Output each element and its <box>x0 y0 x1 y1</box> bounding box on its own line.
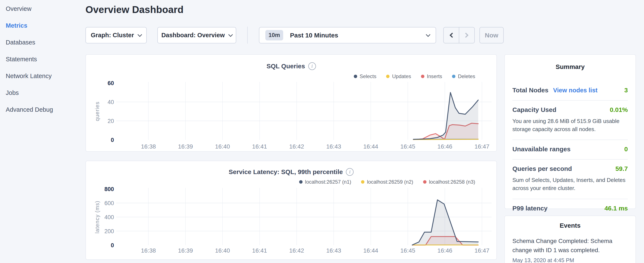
y-tick-label: 800 <box>104 186 114 192</box>
graph-dropdown[interactable]: Graph: Cluster <box>86 27 147 43</box>
chevron-down-icon <box>426 32 430 37</box>
sql-queries-chart: 16:3816:3916:4016:4116:4216:4316:4416:45… <box>86 55 497 152</box>
summary-row-total-nodes: Total NodesView nodes list3 <box>512 81 628 101</box>
event-item[interactable]: Schema Change Completed: Schema change w… <box>512 236 628 263</box>
graph-dropdown-label: Graph: Cluster <box>91 32 134 39</box>
sidebar-item-metrics[interactable]: Metrics <box>0 17 85 34</box>
summary-row-queries-per-second: Queries per second59.7Sum of Selects, Up… <box>512 160 628 199</box>
x-tick-label: 16:42 <box>289 247 304 254</box>
x-tick-label: 16:38 <box>141 247 156 254</box>
y-tick-label: 0 <box>111 242 114 248</box>
summary-rows: Total NodesView nodes list3Capacity Used… <box>512 81 628 218</box>
x-tick-label: 16:46 <box>437 143 452 150</box>
sidebar-item-statements[interactable]: Statements <box>0 51 85 68</box>
x-tick-label: 16:45 <box>400 247 415 254</box>
x-tick-label: 16:43 <box>326 247 341 254</box>
summary-row-head: P99 latency46.1 ms <box>512 205 628 212</box>
x-tick-label: 16:44 <box>363 143 378 150</box>
time-range-badge: 10m <box>265 30 283 41</box>
summary-panel: Summary Total NodesView nodes list3Capac… <box>504 54 636 209</box>
sidebar-item-network-latency[interactable]: Network Latency <box>0 68 85 85</box>
x-tick-label: 16:46 <box>437 247 452 254</box>
y-axis-title: queries <box>94 102 100 121</box>
sql-queries-chart-card: SQL Queries i SelectsUpdatesInsertsDelet… <box>86 54 497 152</box>
y-tick-label: 0 <box>111 137 114 143</box>
y-tick-label: 600 <box>104 200 114 206</box>
service-latency-chart-card: Service Latency: SQL, 99th percentile i … <box>86 161 497 260</box>
now-button[interactable]: Now <box>480 27 504 43</box>
summary-row-label: P99 latency <box>512 205 548 212</box>
summary-row-value: 46.1 ms <box>604 205 628 212</box>
x-tick-label: 16:43 <box>326 143 341 150</box>
time-pager <box>443 27 475 43</box>
events-list: Schema Change Completed: Schema change w… <box>512 236 628 263</box>
summary-row-head: Total NodesView nodes list3 <box>512 87 628 94</box>
dashboard-dropdown-label: Dashboard: Overview <box>161 32 225 39</box>
summary-row-description: Sum of Selects, Updates, Inserts, and De… <box>512 176 628 192</box>
y-tick-label: 400 <box>104 214 114 220</box>
summary-row-head: Queries per second59.7 <box>512 165 628 172</box>
next-time-button[interactable] <box>459 28 474 43</box>
summary-row-label: Capacity Used <box>512 106 556 113</box>
y-tick-label: 200 <box>104 228 114 234</box>
summary-row-label: Unavailable ranges <box>512 146 570 153</box>
chevron-down-icon <box>138 32 142 37</box>
x-tick-label: 16:44 <box>363 247 378 254</box>
summary-row-label: Queries per second <box>512 165 572 172</box>
series-area-selects <box>413 93 478 140</box>
summary-row-head: Capacity Used0.01% <box>512 106 628 113</box>
y-tick-label: 40 <box>108 99 114 105</box>
x-tick-label: 16:47 <box>474 143 490 150</box>
x-tick-label: 16:38 <box>141 143 156 150</box>
y-tick-label: 20 <box>108 118 114 124</box>
page-title: Overview Dashboard <box>86 4 184 15</box>
x-tick-label: 16:45 <box>400 143 415 150</box>
x-tick-label: 16:39 <box>178 143 193 150</box>
prev-time-button[interactable] <box>444 28 459 43</box>
toolbar-divider <box>247 27 248 44</box>
service-latency-chart: 16:3816:3916:4016:4116:4216:4316:4416:45… <box>86 161 497 260</box>
time-range-dropdown[interactable]: 10m Past 10 Minutes <box>259 27 436 43</box>
summary-title: Summary <box>505 63 636 70</box>
events-title: Events <box>505 222 636 229</box>
sidebar-item-jobs[interactable]: Jobs <box>0 85 85 101</box>
x-tick-label: 16:47 <box>474 247 490 254</box>
summary-row-value: 0.01% <box>610 106 628 113</box>
events-panel: Events Schema Change Completed: Schema c… <box>504 215 636 263</box>
view-nodes-list-link[interactable]: View nodes list <box>553 87 598 94</box>
event-text: Schema Change Completed: Schema change w… <box>512 236 628 255</box>
chevron-down-icon <box>228 32 233 37</box>
y-tick-label: 60 <box>108 80 114 86</box>
x-tick-label: 16:42 <box>289 143 304 150</box>
sidebar-item-databases[interactable]: Databases <box>0 34 85 51</box>
summary-row-description: You are using 28.6 MiB of 515.9 GiB usab… <box>512 117 628 133</box>
sidebar-item-overview[interactable]: Overview <box>0 1 85 17</box>
event-timestamp: May 13, 2020 at 4:45 PM <box>512 257 628 263</box>
x-tick-label: 16:40 <box>215 247 230 254</box>
summary-row-unavailable-ranges: Unavailable ranges0 <box>512 140 628 160</box>
x-tick-label: 16:39 <box>178 247 193 254</box>
x-tick-label: 16:41 <box>252 247 267 254</box>
summary-row-head: Unavailable ranges0 <box>512 146 628 153</box>
summary-row-capacity-used: Capacity Used0.01%You are using 28.6 MiB… <box>512 101 628 140</box>
chevron-right-icon <box>463 33 468 38</box>
chevron-left-icon <box>450 33 455 38</box>
x-tick-label: 16:41 <box>252 143 267 150</box>
summary-row-value: 59.7 <box>616 165 628 172</box>
sidebar: OverviewMetricsDatabasesStatementsNetwor… <box>0 0 85 263</box>
summary-row-label: Total Nodes <box>512 87 548 94</box>
x-tick-label: 16:40 <box>215 143 230 150</box>
dashboard-dropdown[interactable]: Dashboard: Overview <box>157 27 236 43</box>
y-axis-title: latency (ms) <box>94 201 100 233</box>
summary-row-value: 0 <box>624 146 628 153</box>
summary-row-value: 3 <box>624 87 628 94</box>
time-range-label: Past 10 Minutes <box>290 32 338 39</box>
sidebar-item-advanced-debug[interactable]: Advanced Debug <box>0 101 85 118</box>
